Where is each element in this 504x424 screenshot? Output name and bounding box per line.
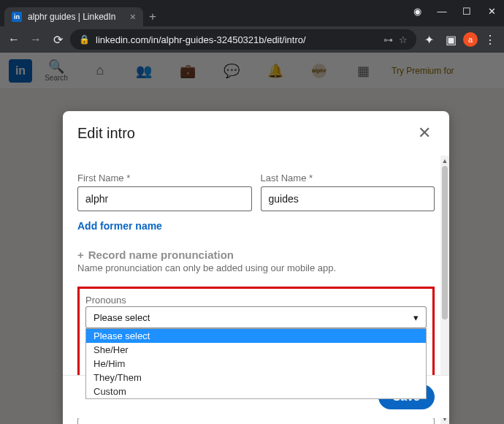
modal-title: Edit intro bbox=[77, 125, 135, 142]
edit-intro-modal: Edit intro ✕ ▲ ▼ First Name * Last Name … bbox=[63, 111, 449, 424]
plus-icon: + bbox=[77, 249, 84, 261]
key-icon[interactable]: ⊶ bbox=[383, 34, 393, 45]
browser-toolbar: ← → ⟳ 🔒 linkedin.com/in/alphr-guides-324… bbox=[0, 26, 504, 53]
account-dot-icon[interactable]: ◉ bbox=[405, 0, 429, 22]
reload-button[interactable]: ⟳ bbox=[48, 30, 67, 49]
scroll-up-icon[interactable]: ▲ bbox=[440, 156, 449, 166]
forward-button[interactable]: → bbox=[26, 30, 45, 49]
close-tab-icon[interactable]: × bbox=[130, 11, 136, 23]
new-tab-button[interactable]: + bbox=[143, 7, 162, 26]
record-hint: Name pronunciation can only be added usi… bbox=[77, 262, 435, 273]
lock-icon: 🔒 bbox=[79, 34, 90, 45]
option-custom[interactable]: Custom bbox=[86, 385, 426, 398]
current-position-select[interactable]: Freelance at Alphr.com ▾ bbox=[77, 417, 435, 424]
scrollbar-thumb[interactable] bbox=[442, 166, 448, 319]
cast-icon[interactable]: ▣ bbox=[441, 30, 460, 49]
pronouns-dropdown: Please select She/Her He/Him They/Them C… bbox=[85, 328, 427, 399]
option-they-them[interactable]: They/Them bbox=[86, 371, 426, 385]
first-name-label: First Name * bbox=[77, 173, 252, 183]
pronouns-label: Pronouns bbox=[85, 295, 126, 306]
pronouns-select[interactable]: Please select ▾ bbox=[85, 306, 427, 328]
url-text: linkedin.com/in/alphr-guides-32450321b/e… bbox=[96, 34, 378, 45]
chevron-down-icon: ▾ bbox=[413, 312, 419, 323]
last-name-label: Last Name * bbox=[261, 173, 435, 183]
profile-avatar[interactable]: a bbox=[463, 32, 478, 47]
star-icon[interactable]: ☆ bbox=[399, 34, 408, 45]
close-window-button[interactable]: ✕ bbox=[479, 0, 504, 22]
maximize-button[interactable]: ☐ bbox=[454, 0, 479, 22]
extensions-icon[interactable]: ✦ bbox=[419, 30, 438, 49]
browser-tab[interactable]: in alphr guides | LinkedIn × bbox=[4, 7, 143, 26]
first-name-input[interactable] bbox=[77, 186, 252, 211]
close-icon[interactable]: ✕ bbox=[414, 123, 435, 143]
option-please-select[interactable]: Please select bbox=[86, 329, 426, 343]
address-bar[interactable]: 🔒 linkedin.com/in/alphr-guides-32450321b… bbox=[70, 29, 416, 50]
record-pronunciation: + Record name pronunciation bbox=[77, 249, 435, 261]
back-button[interactable]: ← bbox=[4, 30, 23, 49]
menu-icon[interactable]: ⋮ bbox=[481, 30, 500, 49]
pronouns-highlight: Pronouns Please select ▾ Please select S… bbox=[77, 287, 435, 390]
linkedin-favicon: in bbox=[12, 12, 22, 22]
last-name-input[interactable] bbox=[261, 186, 435, 211]
option-she-her[interactable]: She/Her bbox=[86, 343, 426, 357]
option-he-him[interactable]: He/Him bbox=[86, 357, 426, 371]
add-former-name-link[interactable]: Add former name bbox=[77, 220, 162, 232]
tab-title: alphr guides | LinkedIn bbox=[28, 12, 124, 22]
window-controls: ◉ — ☐ ✕ bbox=[405, 0, 504, 22]
minimize-button[interactable]: — bbox=[429, 0, 454, 22]
